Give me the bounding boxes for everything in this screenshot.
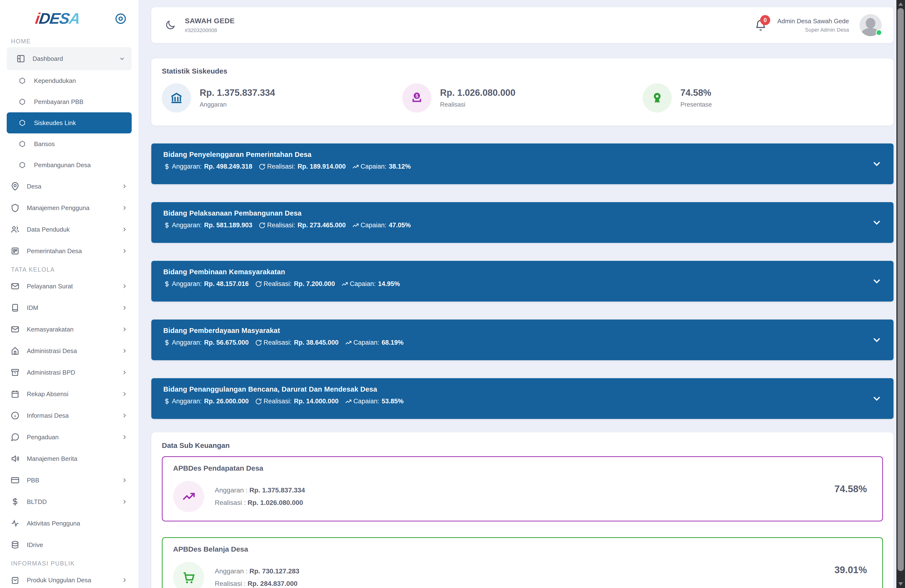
sidebar-menu: Dashboard Kependudukan Pembayaran PBB Si… — [0, 47, 138, 588]
scrollbar-up-arrow[interactable] — [898, 2, 903, 6]
capaian-label: Capaian: — [353, 339, 379, 346]
sidebar-item-pemerintahan-desa[interactable]: Pemerintahan Desa — [0, 240, 138, 262]
chevron-right-icon — [121, 226, 128, 233]
anggaran-value: Rp. 730.127.283 — [249, 567, 300, 575]
panel-pelaksanaan-pembangunan[interactable]: Bidang Pelaksanaan Pembangunan Desa Angg… — [151, 202, 894, 243]
app-logo: iDESA — [34, 10, 81, 27]
sidebar-item-desa[interactable]: Desa — [0, 176, 138, 197]
scrollbar-down-arrow[interactable] — [898, 582, 903, 586]
sidebar-item-pembangunan-desa[interactable]: Pembangunan Desa — [0, 154, 138, 176]
scrollbar-thumb[interactable] — [897, 8, 904, 571]
anggaran-label: Anggaran: — [172, 163, 202, 170]
chevron-down-icon[interactable] — [871, 275, 883, 287]
chevron-right-icon — [121, 326, 128, 333]
village-name: SAWAH GEDE — [185, 17, 235, 25]
sidebar-item-produk-unggulan-desa[interactable]: Produk Unggulan Desa — [0, 569, 138, 588]
notification-bell-icon[interactable]: 0 — [754, 19, 767, 31]
realisasi-value: Rp. 1.026.080.000 — [248, 499, 303, 506]
sidebar-item-administrasi-bpd[interactable]: Administrasi BPD — [0, 362, 138, 383]
apbdes-anggaran-line: Anggaran : Rp. 1.375.837.334 — [215, 486, 305, 494]
capaian-label: Capaian: — [360, 163, 386, 170]
sidebar-item-label: IDM — [27, 304, 121, 311]
chevron-right-icon — [121, 348, 128, 354]
shopping-bag-icon — [11, 575, 20, 585]
sidebar-item-bansos[interactable]: Bansos — [0, 133, 138, 154]
hexagon-icon — [19, 119, 26, 127]
anggaran-value: Rp. 498.249.318 — [204, 163, 252, 170]
hexagon-icon — [19, 140, 26, 148]
sidebar-item-label: Administrasi Desa — [27, 347, 121, 355]
calendar-icon — [11, 389, 20, 399]
capaian-value: 68.19% — [382, 339, 404, 346]
sidebar-item-label: Kependudukan — [34, 77, 128, 84]
chevron-down-icon[interactable] — [871, 334, 883, 346]
sidebar-item-label: Kemasyarakatan — [27, 326, 121, 333]
apbdes-realisasi-line: Realisasi : Rp. 1.026.080.000 — [215, 499, 305, 507]
chevron-right-icon — [121, 283, 128, 289]
trending-up-icon — [341, 280, 348, 288]
activity-icon — [11, 519, 20, 528]
user-avatar[interactable] — [859, 14, 881, 36]
dollar-icon — [163, 163, 170, 170]
sidebar-item-pembayaran-pbb[interactable]: Pembayaran PBB — [0, 91, 138, 112]
apbdes-card-title: APBDes Belanja Desa — [173, 545, 868, 553]
village-code: #3203200008 — [185, 27, 235, 33]
panel-pemberdayaan-masyarakat[interactable]: Bidang Pemberdayaan Masyarakat Anggaran:… — [151, 319, 894, 360]
sidebar-item-kemasyarakatan[interactable]: Kemasyarakatan — [0, 319, 138, 340]
dollar-icon — [163, 339, 170, 346]
sidebar-item-idrive[interactable]: IDrive — [0, 534, 138, 556]
sidebar-item-manajemen-berita[interactable]: Manajemen Berita — [0, 448, 138, 469]
sidebar-item-idm[interactable]: IDM — [0, 297, 138, 319]
chevron-right-icon — [121, 498, 128, 505]
panel-penanggulangan-bencana[interactable]: Bidang Penanggulangan Bencana, Darurat D… — [151, 378, 894, 419]
sidebar-item-kependudukan[interactable]: Kependudukan — [0, 70, 138, 91]
anggaran-value: Rp. 1.375.837.334 — [249, 486, 305, 494]
refresh-icon — [255, 280, 262, 288]
sidebar-item-label: Manajemen Berita — [27, 455, 128, 462]
sidebar-item-administrasi-desa[interactable]: Administrasi Desa — [0, 340, 138, 362]
panel-summary: Anggaran:Rp. 581.189.903 Realisasi:Rp. 2… — [163, 222, 865, 229]
chevron-down-icon[interactable] — [871, 217, 883, 228]
capaian-label: Capaian: — [350, 280, 376, 288]
refresh-icon — [259, 222, 266, 229]
trending-up-icon — [173, 481, 204, 512]
top-bar-right: 0 Admin Desa Sawah Gede Super Admin Desa — [754, 14, 881, 36]
panel-summary: Anggaran:Rp. 26.000.000 Realisasi:Rp. 14… — [163, 397, 865, 405]
panel-pembinaan-kemasyarakatan[interactable]: Bidang Pembinaan Kemasyarakatan Anggaran… — [151, 261, 894, 302]
dark-mode-toggle-icon[interactable] — [165, 20, 176, 31]
sidebar-item-label: Pembayaran PBB — [34, 98, 128, 106]
statistik-row: Rp. 1.375.837.334 Anggaran $ Rp. 1.026.0… — [162, 83, 883, 113]
stat-presentase: 74.58% Presentase — [643, 83, 883, 113]
apbdes-card-body: Anggaran : Rp. 730.127.283 Realisasi : R… — [173, 562, 868, 588]
sidebar-item-data-penduduk[interactable]: Data Penduduk — [0, 219, 138, 240]
shopping-cart-icon — [173, 562, 204, 588]
id-card-icon — [11, 246, 20, 256]
sidebar-item-aktivitas-pengguna[interactable]: Aktivitas Pengguna — [0, 513, 138, 534]
svg-text:$: $ — [415, 93, 418, 99]
apbdes-card-body: Anggaran : Rp. 1.375.837.334 Realisasi :… — [173, 481, 868, 512]
sidebar-item-siskeudes-link[interactable]: Siskeudes Link — [7, 112, 132, 133]
anggaran-label: Anggaran: — [172, 280, 202, 288]
sidebar-item-manajemen-pengguna[interactable]: Manajemen Pengguna — [0, 197, 138, 219]
page-scrollbar[interactable] — [896, 0, 905, 588]
chevron-down-icon[interactable] — [871, 393, 883, 404]
sidebar-item-informasi-desa[interactable]: Informasi Desa — [0, 405, 138, 426]
realisasi-label: Realisasi : — [215, 580, 246, 587]
sidebar-item-rekap-absensi[interactable]: Rekap Absensi — [0, 383, 138, 405]
sidebar-item-bltdd[interactable]: BLTDD — [0, 491, 138, 513]
sidebar-item-pelayanan-surat[interactable]: Pelayanan Surat — [0, 275, 138, 297]
anggaran-label: Anggaran : — [215, 567, 248, 575]
dollar-icon — [11, 497, 20, 506]
sidebar-item-pbb[interactable]: PBB — [0, 469, 138, 491]
panel-penyelenggaran-pemerintahan[interactable]: Bidang Penyelenggaran Pemerintahan Desa … — [151, 143, 894, 184]
database-icon — [11, 540, 20, 550]
sidebar-item-pengaduan[interactable]: Pengaduan — [0, 426, 138, 448]
speaker-icon — [11, 454, 20, 463]
hexagon-icon — [19, 77, 26, 84]
sidebar-item-label: IDrive — [27, 541, 128, 549]
sidebar-item-dashboard[interactable]: Dashboard — [7, 47, 132, 70]
sidebar-collapse-toggle-icon[interactable] — [114, 13, 127, 25]
top-bar: SAWAH GEDE #3203200008 0 Admin Desa Sawa… — [151, 7, 894, 43]
chevron-down-icon[interactable] — [871, 158, 883, 170]
sidebar: iDESA HOME Dashboard Kependudukan — [0, 0, 138, 588]
